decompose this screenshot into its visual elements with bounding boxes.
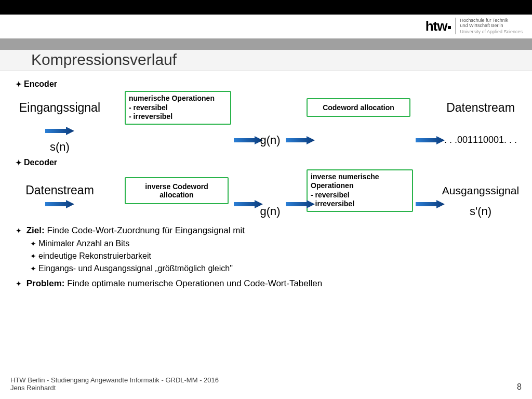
logo-zone: htw Hochschule für Technik und Wirtschaf… <box>0 15 532 38</box>
svg-marker-2 <box>286 136 315 144</box>
star-icon: ✦ <box>30 240 36 248</box>
page-number: 8 <box>517 382 522 392</box>
star-icon: ✦ <box>30 252 36 260</box>
htw-logo: htw Hochschule für Technik und Wirtschaf… <box>425 18 523 34</box>
arrow-icon <box>416 136 436 144</box>
box1-line2: - reversibel <box>129 103 227 113</box>
encoder-out-label: Datenstream <box>436 101 525 115</box>
encoder-box-codeword: Codeword allocation <box>307 98 410 117</box>
box1-line3: - irreversibel <box>129 112 227 122</box>
decoder-box-ops: inverse numerische Operationen - reversi… <box>307 169 413 212</box>
encoder-flow: Eingangssignal numerische Operationen - … <box>16 91 522 125</box>
ziel-line: ✦ Ziel: Finde Code-Wort-Zuordnung für Ei… <box>16 225 522 236</box>
arrow-icon <box>286 136 307 144</box>
arrow-icon <box>16 127 104 135</box>
logo-mark: htw <box>425 18 451 34</box>
problem-line: ✦ Problem: Finde optimale numerische Ope… <box>16 278 522 289</box>
ziel-text: Finde Code-Wort-Zuordnung für Eingangsig… <box>47 225 245 235</box>
goal-sub-3: ✦Eingangs- und Ausgangssignal „größtmögl… <box>30 264 522 273</box>
svg-marker-6 <box>286 200 315 208</box>
star-icon: ✦ <box>16 80 22 88</box>
problem-text: Finde optimale numerische Operationen un… <box>67 278 322 288</box>
svg-marker-0 <box>45 127 74 135</box>
problem-label: Problem: <box>26 278 65 288</box>
gray-bar <box>0 38 532 50</box>
svg-marker-4 <box>45 200 74 208</box>
goals-section: ✦ Ziel: Finde Code-Wort-Zuordnung für Ei… <box>16 225 522 289</box>
goal-sub-2: ✦eindeutige Rekonstruierbarkeit <box>30 251 522 261</box>
top-black-bar <box>0 0 532 15</box>
encoder-input-label: Eingangssignal <box>16 101 104 115</box>
dbox2-l1: inverse numerische <box>311 172 409 182</box>
star-icon: ✦ <box>16 280 22 288</box>
logo-line-2: und Wirtschaft Berlin <box>460 23 523 28</box>
decoder-out-fn: s'(n) <box>436 205 525 218</box>
decoder-box-codeword: inverse Codeword allocation <box>125 177 229 204</box>
decoder-input-label: Datenstream <box>16 183 104 197</box>
star-icon: ✦ <box>16 227 22 235</box>
encoder-out-fn: . . .001110001. . . <box>436 135 525 145</box>
footer-left: HTW Berlin - Studiengang Angewandte Info… <box>10 376 219 392</box>
encoder-flow-arrows: s(n) g(n) . . .001110001. . . <box>16 127 522 154</box>
page-title: Kompressionsverlauf <box>31 51 532 69</box>
goal-sub-1: ✦Minimaler Anzahl an Bits <box>30 239 522 248</box>
arrow-icon <box>286 200 307 208</box>
encoder-mid-fn: g(n) <box>255 134 286 147</box>
footer: HTW Berlin - Studiengang Angewandte Info… <box>10 376 522 392</box>
encoder-heading: ✦Encoder <box>16 79 522 89</box>
dbox2-l3: - reversibel <box>311 191 409 200</box>
footer-line-2: Jens Reinhardt <box>10 384 219 392</box>
dbox2-l4: - irreversibel <box>311 200 409 209</box>
star-icon: ✦ <box>16 158 22 167</box>
logo-text: Hochschule für Technik und Wirtschaft Be… <box>455 18 523 34</box>
footer-line-1: HTW Berlin - Studiengang Angewandte Info… <box>10 376 219 384</box>
logo-line-1: Hochschule für Technik <box>460 18 523 23</box>
arrow-icon <box>416 200 436 208</box>
logo-line-3: University of Applied Sciences <box>460 29 523 34</box>
box1-line1: numerische Operationen <box>129 94 227 103</box>
decoder-box1-text: inverse Codeword allocation <box>129 182 224 199</box>
title-bar: Kompressionsverlauf <box>0 50 532 71</box>
arrow-icon <box>234 200 255 208</box>
ziel-label: Ziel: <box>26 225 45 235</box>
encoder-input-fn: s(n) <box>16 140 104 154</box>
decoder-heading: ✦Decoder <box>16 158 522 167</box>
star-icon: ✦ <box>30 264 36 273</box>
encoder-box-ops: numerische Operationen - reversibel - ir… <box>125 91 231 125</box>
arrow-icon <box>16 200 104 208</box>
arrow-icon <box>234 136 255 144</box>
decoder-mid-fn: g(n) <box>255 205 286 218</box>
dbox2-l2: Operationen <box>311 181 409 191</box>
